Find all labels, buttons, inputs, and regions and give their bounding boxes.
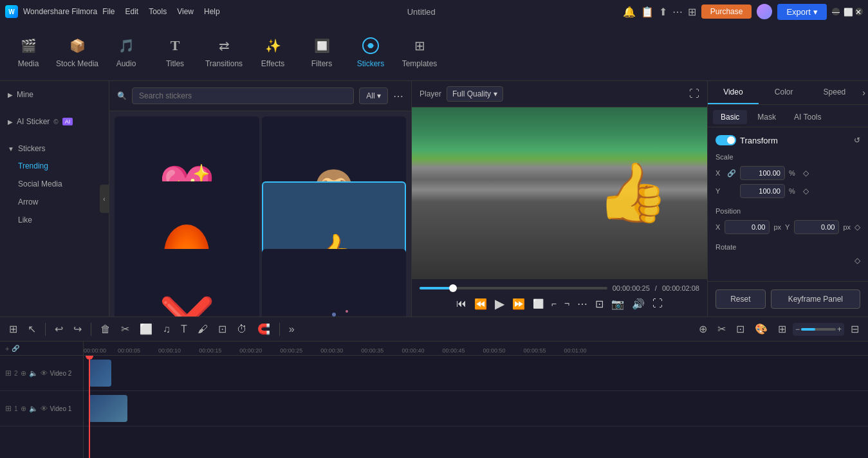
section-mine-header[interactable]: ▶ Mine bbox=[0, 86, 109, 103]
scale-y-input[interactable] bbox=[740, 184, 785, 198]
tool-titles[interactable]: T Titles bbox=[152, 28, 198, 76]
icon-upload[interactable]: ⬆ bbox=[659, 6, 667, 18]
panel-item-like[interactable]: Like bbox=[0, 211, 109, 229]
tool-audio[interactable]: 🎵 Audio bbox=[103, 28, 149, 76]
audio-mute-icon[interactable]: 🔈 bbox=[29, 369, 38, 378]
paint-button[interactable]: 🖌 bbox=[194, 321, 212, 338]
transform-button[interactable]: ⊡ bbox=[214, 320, 230, 338]
tool-filters[interactable]: 🔲 Filters bbox=[299, 28, 345, 76]
tab-video[interactable]: Video bbox=[708, 81, 759, 104]
subtab-ai-tools[interactable]: AI Tools bbox=[786, 110, 829, 124]
icon-more[interactable]: ⋯ bbox=[672, 6, 683, 18]
track-video2[interactable] bbox=[84, 356, 868, 391]
audio-detach-button[interactable]: ♫ bbox=[159, 321, 174, 338]
tool-effects[interactable]: ✨ Effects bbox=[250, 28, 296, 76]
section-stickers-header[interactable]: ▼ Stickers bbox=[0, 140, 109, 157]
smart-cutout-button[interactable]: ✂ bbox=[714, 320, 730, 338]
icon-notification[interactable]: 🔔 bbox=[623, 6, 636, 18]
grid-view-button[interactable]: ⊟ bbox=[847, 320, 863, 338]
text-button[interactable]: T bbox=[177, 321, 191, 338]
close-button[interactable]: ✕ bbox=[855, 8, 863, 15]
tab-color[interactable]: Color bbox=[759, 81, 809, 104]
menu-view[interactable]: View bbox=[177, 7, 194, 16]
quality-dropdown[interactable]: Full Quality ▾ bbox=[447, 86, 503, 102]
select-tool-button[interactable]: ↖ bbox=[24, 320, 40, 338]
icon-bookmark[interactable]: 📋 bbox=[641, 6, 654, 18]
tab-speed[interactable]: Speed bbox=[809, 81, 860, 104]
user-avatar[interactable] bbox=[757, 4, 772, 19]
zoom-slider[interactable] bbox=[801, 328, 836, 331]
transform-reset-icon[interactable]: ↺ bbox=[854, 136, 860, 145]
tool-transitions[interactable]: ⇄ Transitions bbox=[201, 28, 247, 76]
search-input[interactable] bbox=[132, 87, 354, 104]
eye-icon-2[interactable]: 👁 bbox=[41, 405, 48, 412]
zoom-button[interactable]: ⊡ bbox=[595, 298, 604, 310]
position-y-input[interactable] bbox=[794, 220, 839, 234]
eye-icon[interactable]: 👁 bbox=[41, 369, 48, 377]
clip-video1[interactable] bbox=[89, 395, 127, 422]
maximize-button[interactable]: ⬜ bbox=[844, 8, 851, 15]
reset-button[interactable]: Reset bbox=[716, 289, 766, 309]
tool-stock-media[interactable]: 📦 Stock Media bbox=[54, 28, 100, 76]
scene-detect-button[interactable]: ⊡ bbox=[732, 320, 748, 338]
scale-x-input[interactable] bbox=[740, 166, 785, 180]
menu-file[interactable]: File bbox=[102, 7, 115, 16]
export-button[interactable]: Export ▾ bbox=[777, 4, 827, 20]
purchase-button[interactable]: Purchase bbox=[701, 5, 752, 19]
mark-in-button[interactable]: ⌐ bbox=[551, 298, 557, 309]
sticker-particles[interactable] bbox=[262, 249, 407, 316]
icon-apps[interactable]: ⊞ bbox=[688, 6, 696, 18]
redo-button[interactable]: ↪ bbox=[69, 320, 86, 338]
more-options-icon[interactable]: ⋯ bbox=[393, 90, 403, 102]
menu-help[interactable]: Help bbox=[204, 7, 220, 16]
motion-track-button[interactable]: ⊕ bbox=[695, 320, 711, 338]
panel-item-arrow[interactable]: Arrow bbox=[0, 193, 109, 211]
subtab-basic[interactable]: Basic bbox=[713, 110, 747, 124]
audio-icon[interactable]: ⋯ bbox=[577, 298, 587, 310]
tool-stickers[interactable]: Stickers bbox=[347, 28, 394, 76]
clip-video2[interactable] bbox=[89, 360, 111, 387]
screenshot-button[interactable]: 📷 bbox=[611, 298, 624, 310]
add-track-button[interactable]: ⊞ bbox=[5, 320, 21, 338]
tool-templates[interactable]: ⊞ Templates bbox=[396, 28, 443, 76]
filter-dropdown[interactable]: All ▾ bbox=[359, 87, 388, 104]
zoom-in-icon[interactable]: + bbox=[837, 325, 842, 334]
minimize-button[interactable]: — bbox=[832, 8, 840, 15]
cut-button[interactable]: ✂ bbox=[117, 320, 133, 338]
crop-edit-button[interactable]: ⬜ bbox=[136, 320, 156, 338]
fullscreen-button[interactable]: ⛶ bbox=[652, 298, 663, 309]
section-ai-sticker-header[interactable]: ▶ AI Sticker © AI bbox=[0, 113, 109, 130]
keyframe-panel-button[interactable]: Keyframe Panel bbox=[771, 289, 860, 309]
add-media-icon[interactable]: ⊕ bbox=[21, 369, 26, 378]
more-edit-button[interactable]: » bbox=[285, 321, 299, 338]
zoom-out-icon[interactable]: − bbox=[795, 325, 800, 334]
frame-forward-button[interactable]: ⏩ bbox=[512, 298, 525, 310]
menu-edit[interactable]: Edit bbox=[125, 7, 139, 16]
volume-button[interactable]: 🔊 bbox=[632, 298, 645, 310]
skip-back-button[interactable]: ⏮ bbox=[456, 298, 466, 309]
crop-button[interactable]: ⬜ bbox=[533, 298, 544, 309]
collapse-panel-button[interactable]: ‹ bbox=[100, 185, 109, 213]
fullscreen-icon[interactable]: ⛶ bbox=[689, 88, 699, 100]
more-tabs-icon[interactable]: › bbox=[860, 81, 868, 104]
mark-out-button[interactable]: ¬ bbox=[564, 298, 569, 309]
snap-button[interactable]: 🧲 bbox=[254, 320, 274, 338]
scale-x-reset-icon[interactable]: ◇ bbox=[803, 169, 809, 178]
tool-media[interactable]: 🎬 Media bbox=[5, 28, 51, 76]
add-media-icon-2[interactable]: ⊕ bbox=[21, 405, 26, 413]
subtab-mask[interactable]: Mask bbox=[750, 110, 784, 124]
menu-tools[interactable]: Tools bbox=[149, 7, 167, 16]
position-x-input[interactable] bbox=[725, 220, 770, 234]
speed-edit-button[interactable]: ⏱ bbox=[233, 321, 251, 338]
track-video1[interactable] bbox=[84, 391, 868, 426]
scale-y-reset-icon[interactable]: ◇ bbox=[803, 187, 809, 196]
panel-item-social-media[interactable]: Social Media bbox=[0, 175, 109, 193]
audio-mute-icon-2[interactable]: 🔈 bbox=[29, 405, 38, 413]
position-reset-icon[interactable]: ◇ bbox=[854, 223, 860, 232]
sticker-x-circle[interactable]: ❌ bbox=[115, 249, 259, 316]
undo-button[interactable]: ↩ bbox=[51, 320, 67, 338]
frame-back-button[interactable]: ⏪ bbox=[474, 298, 487, 310]
rotate-reset-icon[interactable]: ◇ bbox=[854, 256, 860, 265]
pip-button[interactable]: ⊞ bbox=[774, 320, 790, 338]
progress-bar[interactable] bbox=[420, 287, 607, 289]
